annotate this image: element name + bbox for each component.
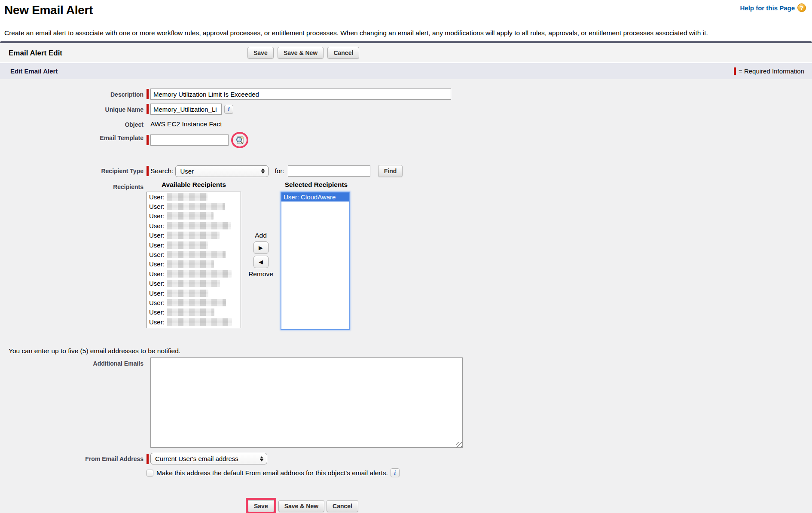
required-bar-icon [147,454,149,464]
redacted-name-blob [167,290,208,297]
redacted-name-blob [167,270,232,278]
from-email-select[interactable]: Current User's email address [150,453,267,464]
cancel-button-bottom[interactable]: Cancel [327,500,358,512]
list-item-label: User: [149,251,165,258]
right-arrow-icon: ▶ [259,244,263,251]
list-item-label: User: [149,308,165,316]
required-bar-icon [147,166,149,176]
recipient-type-select[interactable]: User [175,165,269,177]
redacted-name-blob [167,212,214,220]
default-from-row: Make this address the default From email… [147,468,812,477]
redacted-name-blob [167,260,214,268]
recipient-type-row: Recipient Type Search: User for: Find [0,165,812,177]
required-bar-icon [147,104,149,114]
action-bar: Email Alert Edit Save Save & New Cancel [0,43,812,63]
available-recipients-listbox[interactable]: User:User:User:User:User:User:User:User:… [147,192,241,328]
selected-recipient-item[interactable]: User: CloudAware [281,192,349,202]
redacted-name-blob [167,222,231,229]
list-item-label: User: [149,280,165,287]
unique-name-label: Unique Name [0,104,143,115]
additional-emails-label: Additional Emails [0,357,143,449]
list-item-label: User: [149,299,165,306]
intro-text: Create an email alert to associate with … [4,28,803,37]
save-and-new-button-bottom[interactable]: Save & New [278,500,324,512]
bottom-action-buttons: Save Save & New Cancel [246,498,360,513]
object-row: Object AWS EC2 Instance Fact [0,119,812,128]
list-item[interactable]: User: [147,250,241,259]
list-item[interactable]: User: [147,317,241,327]
additional-emails-note: You can enter up to five (5) email addre… [9,347,812,355]
email-template-row: Email Template [0,132,812,148]
remove-arrow-button[interactable]: ◀ [253,256,269,268]
list-item-label: User: [149,193,165,201]
section-title: Email Alert Edit [9,43,62,63]
lookup-magnifier-icon[interactable] [235,135,245,145]
edit-email-alert-header: Edit Email Alert = Required Information [0,63,812,79]
list-item-label: User: [149,318,165,326]
from-email-selected-value: Current User's email address [155,455,238,462]
find-button[interactable]: Find [378,165,403,177]
list-item[interactable]: User: [147,231,241,240]
selected-recipients-header: Selected Recipients [281,181,352,189]
unique-name-input[interactable] [150,104,222,115]
redacted-name-blob [167,318,232,326]
cancel-button-top[interactable]: Cancel [327,47,359,59]
list-item[interactable]: User: [147,308,241,317]
list-item[interactable]: User: [147,279,241,288]
email-alert-edit-panel: Email Alert Edit Save Save & New Cancel … [0,41,812,513]
list-item-label: User: [149,241,165,249]
list-item[interactable]: User: [147,269,241,278]
description-input[interactable] [150,89,451,100]
available-recipients-header: Available Recipients [147,181,241,189]
help-link[interactable]: Help for this Page [740,4,795,12]
unique-name-row: Unique Name i [0,104,812,115]
list-item[interactable]: User: [147,202,241,211]
list-item[interactable]: User: [147,221,241,230]
required-bar-icon [734,67,736,75]
add-remove-controls: Add ▶ ◀ Remove [241,181,281,330]
from-email-label: From Email Address [0,453,143,464]
redacted-name-blob [167,232,220,239]
info-icon[interactable]: i [391,468,400,477]
list-item[interactable]: User: [147,240,241,250]
save-and-new-button-top[interactable]: Save & New [278,47,324,59]
help-question-icon[interactable]: ? [797,3,806,12]
list-item[interactable]: User: [147,288,241,298]
search-for-input[interactable] [288,165,370,177]
additional-emails-row: Additional Emails [0,357,812,449]
list-item[interactable]: User: [147,260,241,269]
form-body: Description Unique Name i Object AWS EC2… [0,79,812,513]
add-arrow-button[interactable]: ▶ [253,241,269,254]
bottom-bar: Save Save & New Cancel [0,493,812,513]
page-header: New Email Alert Help for this Page ? [0,0,812,17]
selected-recipients-listbox[interactable]: User: CloudAware [281,192,350,330]
save-button-bottom[interactable]: Save [248,500,274,512]
info-icon[interactable]: i [224,105,233,114]
add-label: Add [255,232,267,239]
page-title: New Email Alert [4,3,807,17]
select-arrows-icon [261,168,265,174]
list-item[interactable]: User: [147,298,241,307]
spacer [0,152,812,165]
required-legend-text: = Required Information [739,63,804,79]
list-item-label: User: [149,203,165,210]
recipient-type-label: Recipient Type [0,165,143,177]
list-item-label: User: [149,260,165,268]
default-from-checkbox[interactable] [147,470,153,476]
remove-label: Remove [248,270,273,278]
save-button-top[interactable]: Save [247,47,274,59]
select-arrows-icon [260,456,263,461]
redacted-name-blob [167,280,220,287]
list-item-label: User: [149,212,165,220]
redacted-name-blob [167,193,208,201]
help-for-this-page[interactable]: Help for this Page ? [740,3,806,12]
list-item[interactable]: User: [147,192,241,202]
default-from-checkbox-label: Make this address the default From email… [156,469,388,477]
email-template-input[interactable] [150,134,229,146]
list-item[interactable]: User: [147,211,241,221]
redacted-name-blob [167,308,214,316]
additional-emails-textarea[interactable] [150,357,463,448]
required-bar-icon [147,89,149,99]
annotation-ellipse [231,132,248,148]
object-value: AWS EC2 Instance Fact [150,119,222,128]
